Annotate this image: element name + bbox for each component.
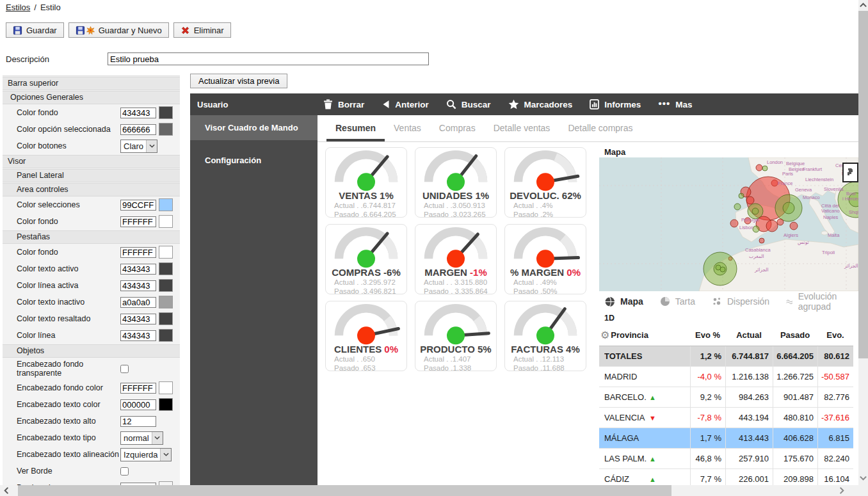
map-bubble[interactable] [790,222,798,230]
map-layers-control[interactable] [842,163,858,182]
map-bubble[interactable] [777,219,784,225]
color-swatch[interactable] [159,123,173,136]
color-swatch[interactable] [159,246,173,259]
text-align-select[interactable]: Izquierda [120,448,172,461]
scroll-right-icon[interactable] [837,486,846,495]
map-bubble[interactable] [720,267,725,272]
delete-button[interactable]: Eliminar [173,22,231,38]
color-swatch[interactable] [159,198,173,211]
color-value-input[interactable] [120,108,156,118]
color-value-input[interactable] [120,399,156,410]
view-tarta[interactable]: Tarta [660,296,695,307]
color-swatch[interactable] [159,312,173,325]
gauge-card-pct-margen[interactable]: % MARGEN 0% Actual . .49% Pasado .50% [504,224,586,294]
gauge-actual: Actual . . 3.315.880 [415,278,496,287]
gauge-card-devoluc[interactable]: DEVOLUC. 62% Actual . .4% Pasado .2% [504,147,586,218]
map-bubble[interactable] [759,238,764,243]
horizontal-scrollbar[interactable] [0,485,858,496]
action-buscar[interactable]: Buscar [446,99,491,109]
table-row[interactable]: CÁDIZ▲ 7,7 % 226.001 209.898 16.104 [599,469,853,485]
gauge-card-producto[interactable]: PRODUCTO 5% Actual . .1.407 Pasado .1.33… [415,301,497,371]
tab-resumen[interactable]: Resumen [326,115,385,141]
table-row[interactable]: TOTALES 1,2 % 6.744.817 6.664.205 80.612 [599,346,853,367]
table-row[interactable]: VALENCIA▼ -7,8 % 443.194 480.810 -37.616 [599,408,853,428]
view-dispersion[interactable]: Dispersión [712,296,769,307]
table-row-selected[interactable]: MÁLAGA 1,7 % 413.443 406.628 6.815 [599,428,853,449]
table-row[interactable]: MADRID -4,0 % 1.216.138 1.266.725 -50.58… [599,367,853,387]
gauge-card-facturas[interactable]: FACTURAS 4% Actual . .12.113 Pasado .11.… [504,301,586,371]
map-bubble[interactable] [756,164,762,171]
save-button[interactable]: Guardar [6,22,64,38]
color-value-input[interactable] [120,124,156,135]
color-swatch[interactable] [159,398,173,411]
table-row[interactable]: BARCELO...▲ 9,2 % 984.263 901.487 82.776 [599,387,853,408]
horizontal-scroll-thumb[interactable] [18,485,671,496]
gauge-card-ventas[interactable]: VENTAS 1% Actual . .6.744.817 Pasado .6.… [325,147,407,218]
table-row[interactable]: LAS PALM...▲ 46,8 % 257.910 175.670 82.2… [599,449,853,469]
map-bubble[interactable] [753,226,759,232]
text-type-select[interactable]: normal [120,431,163,445]
action-mas[interactable]: ••• Mas [658,99,692,110]
tab-ventas[interactable]: Ventas [385,115,430,141]
color-value-input[interactable] [120,314,156,324]
color-swatch[interactable] [159,296,173,308]
text-height-input[interactable] [120,416,156,427]
transparent-header-checkbox[interactable] [120,365,129,373]
color-swatch[interactable] [159,279,173,292]
color-value-input[interactable] [120,200,156,211]
scroll-left-icon[interactable] [3,486,11,495]
map-label: Algiers [784,232,798,238]
tab-detalle-compras[interactable]: Detalle compras [559,115,641,141]
color-value-input[interactable] [120,280,156,291]
map-bubble[interactable] [739,193,744,198]
action-anterior[interactable]: Anterior [382,100,429,109]
color-value-input[interactable] [120,216,156,227]
color-swatch[interactable] [159,329,173,342]
description-input[interactable] [108,52,429,65]
sidebar-item-visor-cuadro-de-mando[interactable]: Visor Cuadro de Mando [190,115,317,140]
show-border-checkbox[interactable] [120,467,129,476]
color-value-input[interactable] [120,247,156,258]
gauge-card-compras[interactable]: COMPRAS -6% Actual . .3.295.972 Pasado .… [325,224,407,294]
color-botones-select[interactable]: Claro [120,140,157,153]
map-bubble[interactable] [766,220,778,232]
map-bubble[interactable] [734,204,741,210]
vertical-scroll-thumb[interactable] [858,11,868,358]
scroll-up-icon[interactable] [859,1,867,10]
breadcrumb-link-estilos[interactable]: Estilos [6,3,30,12]
tab-detalle-ventas[interactable]: Detalle ventas [485,115,559,141]
setting-row: Color botonesClaro [3,138,180,154]
gear-icon[interactable]: ⚙ [600,329,609,341]
gauge-title: COMPRAS -6% [326,268,406,278]
map-bubble[interactable] [762,166,768,171]
color-value-input[interactable] [120,297,156,308]
color-value-input[interactable] [120,383,156,394]
view-mapa[interactable]: Mapa [604,296,643,307]
color-swatch[interactable] [159,262,173,275]
sidebar-item-configuracion[interactable]: Configuración [190,148,317,173]
map-bubble[interactable] [746,196,754,204]
color-swatch[interactable] [159,106,173,119]
map-bubble[interactable] [730,220,738,227]
color-value-input[interactable] [120,330,156,341]
map[interactable]: LondonBelgiqueBelgienFrankfurtCeskoSloPa… [599,157,858,291]
tab-compras[interactable]: Compras [430,115,485,141]
color-swatch[interactable] [159,215,173,228]
action-informes[interactable]: Informes [590,99,641,109]
map-bubble[interactable] [783,202,794,214]
scroll-down-icon[interactable] [859,474,867,482]
gauge-card-clientes[interactable]: CLIENTES 0% Actual . .650 Pasado .653 [325,301,407,371]
update-preview-button[interactable]: Actualizar vista previa [190,74,287,88]
color-swatch[interactable] [159,381,173,394]
color-value-input[interactable] [120,264,156,275]
action-marcadores[interactable]: Marcadores [508,99,573,109]
view-evolucion-agrupada[interactable]: Evolución agrupad [786,291,842,312]
action-borrar[interactable]: Borrar [323,99,364,109]
vertical-scrollbar[interactable] [858,0,868,496]
gauge-card-margen[interactable]: MARGEN -1% Actual . . 3.315.880 Pasado .… [415,224,497,294]
gauge-card-unidades[interactable]: UNIDADES 1% Actual . .3.050.913 Pasado .… [415,147,497,218]
setting-row: Encabezado texto alineaciónIzquierda [3,446,180,463]
map-bubble[interactable] [752,208,759,214]
map-label: Geneva [795,187,812,193]
save-and-new-button[interactable]: Guardar y Nuevo [68,22,169,38]
